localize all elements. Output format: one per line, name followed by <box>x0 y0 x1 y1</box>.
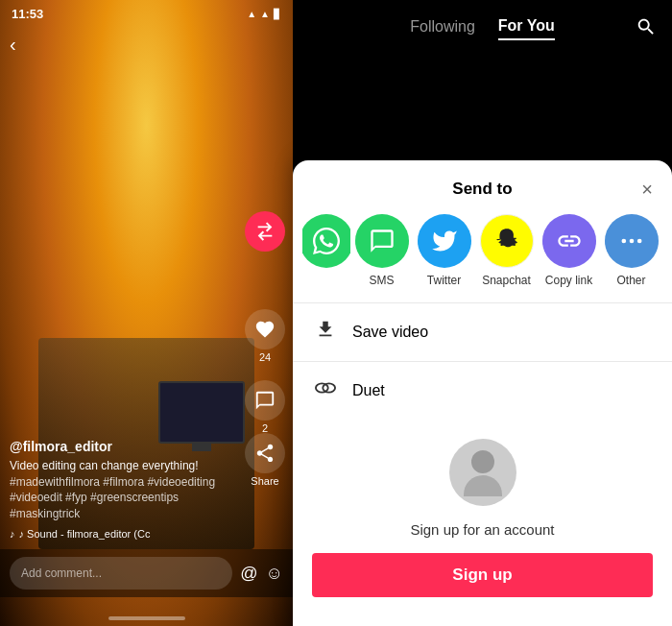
monitor-display <box>158 381 245 444</box>
video-username: @filmora_editor <box>10 439 240 454</box>
phone-panel: 11:53 ▲ ▲ ▊ ‹ 24 <box>0 0 293 626</box>
share-item-snapchat[interactable]: Snapchat <box>475 214 538 287</box>
share-area[interactable]: Share <box>245 433 285 487</box>
sms-icon <box>369 228 396 254</box>
bottom-sheet: Send to × <box>293 160 672 626</box>
hashtags: #madewithfilmora #filmora #videoediting … <box>10 475 215 521</box>
comment-button[interactable]: 2 <box>245 380 285 434</box>
comment-placeholder: Add comment... <box>21 566 102 580</box>
download-icon <box>315 319 336 340</box>
save-video-label: Save video <box>352 324 428 341</box>
share-icon <box>254 443 276 464</box>
tab-following[interactable]: Following <box>410 18 475 39</box>
close-button[interactable]: × <box>641 179 653 201</box>
sms-icon-bg <box>355 214 409 268</box>
twitter-icon <box>431 228 458 254</box>
svg-point-2 <box>636 239 641 244</box>
other-icon-bg <box>605 214 659 268</box>
search-button[interactable] <box>636 16 657 42</box>
signal-icon: ▲ <box>260 9 270 19</box>
save-video-row[interactable]: Save video <box>293 303 672 361</box>
sheet-title: Send to <box>452 180 512 199</box>
status-time: 11:53 <box>12 7 43 21</box>
nav-tabs: Following For You <box>410 17 555 40</box>
copylink-icon-bg <box>542 214 596 268</box>
status-bar: 11:53 ▲ ▲ ▊ <box>0 0 293 27</box>
share-item-other[interactable]: Other <box>600 214 662 287</box>
link-icon <box>556 228 583 254</box>
share-item-sms[interactable]: SMS <box>350 214 413 287</box>
remix-button[interactable] <box>245 211 285 252</box>
copylink-label: Copy link <box>545 274 592 287</box>
share-label: Share <box>251 475 278 487</box>
duet-label: Duet <box>352 382 385 399</box>
caption-text: Video editing can change everything! <box>10 459 199 472</box>
duet-icon-svg <box>315 377 336 398</box>
duet-icon <box>312 377 339 404</box>
music-note: ♪ <box>10 528 15 540</box>
share-item-partial[interactable] <box>302 214 350 287</box>
share-icon-circle <box>245 433 285 473</box>
action-buttons: 24 2 <box>245 309 285 434</box>
twitter-label: Twitter <box>427 274 461 287</box>
comment-bar: Add comment... @ ☺ <box>0 549 293 597</box>
battery-icon: ▊ <box>274 9 281 19</box>
share-item-copylink[interactable]: Copy link <box>538 214 600 287</box>
duet-row[interactable]: Duet <box>293 362 672 420</box>
snapchat-icon-bg <box>480 214 534 268</box>
like-button[interactable]: 24 <box>245 309 285 363</box>
svg-point-0 <box>621 239 626 244</box>
search-icon <box>636 16 657 37</box>
other-label: Other <box>616 274 645 287</box>
save-video-icon <box>312 319 339 346</box>
video-caption: Video editing can change everything! #ma… <box>10 458 240 522</box>
heart-icon <box>254 319 276 340</box>
avatar-placeholder <box>449 439 516 506</box>
signup-text: Sign up for an account <box>410 521 554 538</box>
top-nav: Following For You <box>293 0 672 58</box>
back-button[interactable]: ‹ <box>10 34 16 56</box>
home-indicator <box>108 616 185 620</box>
share-icon-partial <box>302 214 350 268</box>
snapchat-label: Snapchat <box>482 274 531 287</box>
comment-input[interactable]: Add comment... <box>10 557 232 590</box>
tab-foryou[interactable]: For You <box>498 17 555 40</box>
like-icon-circle <box>245 309 285 349</box>
wifi-icon: ▲ <box>247 9 256 19</box>
video-sound: ♪ ♪ Sound - filmora_editor (Cc <box>10 528 240 540</box>
black-content: Send to × <box>293 58 672 626</box>
whatsapp-icon <box>313 228 340 254</box>
video-info: @filmora_editor Video editing can change… <box>10 439 240 540</box>
emoji-icon[interactable]: ☺ <box>266 564 283 584</box>
svg-point-1 <box>629 239 634 244</box>
comment-icons: @ ☺ <box>240 564 283 584</box>
sheet-header: Send to × <box>293 180 672 214</box>
sms-label: SMS <box>369 274 394 287</box>
share-row: SMS Twitter <box>293 214 672 302</box>
svg-point-4 <box>323 383 335 392</box>
status-icons: ▲ ▲ ▊ <box>247 9 281 19</box>
twitter-icon-bg <box>418 214 471 268</box>
snapchat-icon <box>493 228 520 254</box>
right-panel: Following For You Send to × <box>293 0 672 626</box>
signup-button[interactable]: Sign up <box>312 553 653 597</box>
mention-icon[interactable]: @ <box>240 564 257 584</box>
like-count: 24 <box>259 351 271 363</box>
more-icon <box>618 228 645 254</box>
comment-icon-circle <box>245 380 285 421</box>
signup-section: Sign up for an account Sign up <box>293 420 672 626</box>
sound-text: ♪ Sound - filmora_editor (Cc <box>19 528 151 540</box>
remix-icon <box>254 221 276 242</box>
share-item-twitter[interactable]: Twitter <box>413 214 475 287</box>
comment-icon <box>254 390 276 411</box>
